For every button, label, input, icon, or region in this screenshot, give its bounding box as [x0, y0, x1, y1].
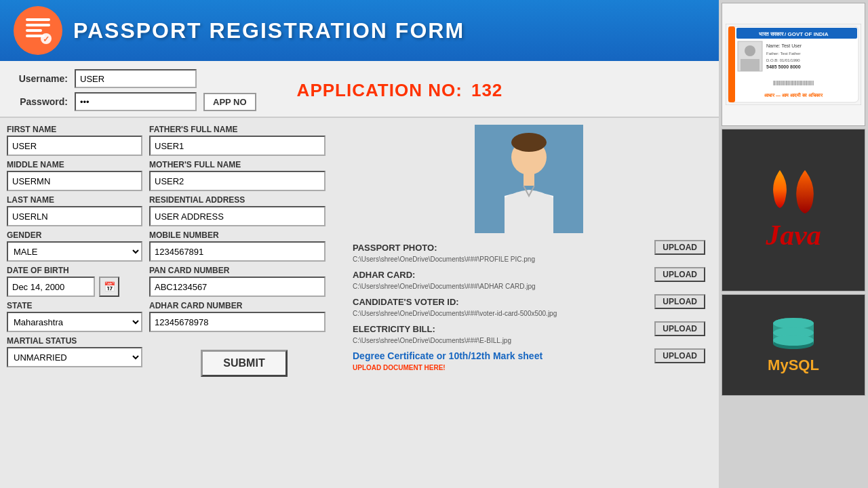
- middle-name-input[interactable]: [7, 171, 142, 191]
- adhar-input[interactable]: [149, 312, 326, 332]
- svg-point-28: [773, 318, 814, 329]
- voter-id-upload-btn[interactable]: UPLOAD: [654, 294, 705, 309]
- adhar-upload-item: ADHAR CARD: UPLOAD C:\Users\shree\OneDri…: [353, 267, 705, 290]
- degree-upload-btn[interactable]: UPLOAD: [654, 348, 705, 363]
- degree-upload-row: Degree Certificate or 10th/12th Mark she…: [353, 348, 705, 363]
- state-group: STATE Maharashtra Delhi Karnataka Tamil …: [7, 301, 142, 332]
- calendar-button[interactable]: 📅: [99, 277, 119, 297]
- address-group: RESIDENTIAL ADDRESS: [149, 195, 339, 226]
- voter-id-path: C:\Users\shree\OneDrive\Documents\###\vo…: [353, 310, 590, 317]
- upload-section: PASSPORT PHOTO: UPLOAD C:\Users\shree\On…: [346, 240, 712, 373]
- pan-group: PAN CARD NUMBER: [149, 266, 339, 297]
- svg-rect-1: [26, 24, 50, 26]
- voter-upload-item: CANDIDATE'S VOTER ID: UPLOAD C:\Users\sh…: [353, 294, 705, 317]
- svg-text:||||||||||||||||||||||||||||||: |||||||||||||||||||||||||||||||||: [773, 80, 814, 85]
- mysql-section: MySQL: [722, 294, 865, 396]
- svg-rect-0: [26, 18, 50, 21]
- state-label: STATE: [7, 301, 142, 310]
- svg-rect-2: [26, 29, 42, 32]
- degree-upload-path: UPLOAD DOCUMENT HERE!: [353, 364, 590, 371]
- middle-name-group: MIDDLE NAME: [7, 160, 142, 191]
- java-text: Java: [766, 219, 821, 251]
- adhar-upload-row: ADHAR CARD: UPLOAD: [353, 267, 705, 282]
- pan-label: PAN CARD NUMBER: [149, 266, 339, 275]
- last-name-input[interactable]: [7, 206, 142, 226]
- dob-label: DATE OF BIRTH: [7, 266, 142, 275]
- mobile-label: MOBILE NUMBER: [149, 230, 339, 240]
- voter-id-label: CANDIDATE'S VOTER ID:: [353, 297, 459, 307]
- svg-point-8: [511, 133, 547, 152]
- passport-photo-label: PASSPORT PHOTO:: [353, 243, 437, 253]
- electricity-label: ELECTRICITY BILL:: [353, 324, 435, 334]
- electricity-upload-item: ELECTRICITY BILL: UPLOAD C:\Users\shree\…: [353, 321, 705, 344]
- middle-name-label: MIDDLE NAME: [7, 160, 142, 169]
- gender-select[interactable]: MALE FEMALE OTHER: [7, 241, 142, 262]
- database-icon: [770, 317, 817, 354]
- password-label: Password:: [14, 96, 68, 107]
- address-input[interactable]: [149, 206, 326, 226]
- mobile-group: MOBILE NUMBER: [149, 230, 339, 262]
- svg-rect-12: [728, 26, 735, 102]
- left-column: FIRST NAME MIDDLE NAME LAST NAME GENDER …: [7, 125, 142, 485]
- electricity-upload-row: ELECTRICITY BILL: UPLOAD: [353, 321, 705, 336]
- address-label: RESIDENTIAL ADDRESS: [149, 195, 339, 205]
- last-name-group: LAST NAME: [7, 195, 142, 226]
- dob-row: 📅: [7, 277, 142, 297]
- first-name-label: FIRST NAME: [7, 125, 142, 134]
- marital-select[interactable]: UNMARRIED MARRIED DIVORCED: [7, 347, 142, 367]
- password-input[interactable]: [75, 92, 197, 111]
- svg-text:Name: Test User: Name: Test User: [766, 43, 802, 48]
- mothers-name-group: MOTHER'S FULL NAME: [149, 160, 339, 191]
- app-no-value: 132: [471, 80, 502, 100]
- dob-group: DATE OF BIRTH 📅: [7, 266, 142, 297]
- adhar-group: ADHAR CARD NUMBER: [149, 301, 339, 332]
- page-title: PASSPORT REGISTRATION FORM: [73, 18, 465, 43]
- mothers-name-label: MOTHER'S FULL NAME: [149, 160, 339, 169]
- electricity-upload-btn[interactable]: UPLOAD: [654, 321, 705, 336]
- svg-rect-17: [741, 59, 760, 71]
- sidebar: भारत सरकार / GOVT OF INDIA Name: Test Us…: [719, 0, 868, 488]
- svg-text:आधार — आम आदमी का अधिकार: आधार — आम आदमी का अधिकार: [764, 92, 823, 98]
- marital-label: MARTIAL STATUS: [7, 336, 142, 346]
- app-no-button[interactable]: APP NO: [203, 93, 256, 111]
- app-no-label: APPLICATION NO:: [297, 80, 462, 100]
- first-name-input[interactable]: [7, 136, 142, 156]
- adhar-card-upload-btn[interactable]: UPLOAD: [654, 267, 705, 282]
- dob-input[interactable]: [7, 277, 95, 297]
- app-logo: ✓: [14, 6, 62, 55]
- mothers-name-input[interactable]: [149, 171, 326, 191]
- submit-button[interactable]: SUBMIT: [201, 350, 287, 377]
- right-column: PASSPORT PHOTO: UPLOAD C:\Users\shree\On…: [346, 125, 712, 485]
- svg-text:Father: Test Father: Father: Test Father: [766, 52, 801, 56]
- degree-upload-item: Degree Certificate or 10th/12th Mark she…: [353, 348, 705, 371]
- username-input[interactable]: [75, 69, 197, 88]
- java-flame-container: [770, 169, 817, 216]
- passport-photo-upload-btn[interactable]: UPLOAD: [654, 240, 705, 255]
- svg-text:✓: ✓: [43, 35, 50, 44]
- svg-text:भारत सरकार / GOVT OF INDIA: भारत सरकार / GOVT OF INDIA: [759, 31, 829, 37]
- marital-group: MARTIAL STATUS UNMARRIED MARRIED DIVORCE…: [7, 336, 142, 367]
- gender-label: GENDER: [7, 230, 142, 240]
- pan-input[interactable]: [149, 277, 326, 297]
- adhar-card-path: C:\Users\shree\OneDrive\Documents\###\AD…: [353, 283, 590, 290]
- svg-rect-9: [524, 174, 534, 186]
- java-section: Java: [722, 129, 865, 291]
- passport-upload-item: PASSPORT PHOTO: UPLOAD C:\Users\shree\On…: [353, 240, 705, 263]
- electricity-path: C:\Users\shree\OneDrive\Documents\###\E-…: [353, 337, 590, 344]
- state-select[interactable]: Maharashtra Delhi Karnataka Tamil Nadu: [7, 312, 142, 332]
- passport-upload-row: PASSPORT PHOTO: UPLOAD: [353, 240, 705, 255]
- voter-upload-row: CANDIDATE'S VOTER ID: UPLOAD: [353, 294, 705, 309]
- svg-point-16: [745, 45, 755, 56]
- passport-photo-path: C:\Users\shree\OneDrive\Documents\###\PR…: [353, 256, 590, 263]
- middle-column: FATHER'S FULL NAME MOTHER'S FULL NAME RE…: [149, 125, 339, 485]
- mobile-input[interactable]: [149, 241, 326, 262]
- login-fields: Username: Password: APP NO: [14, 69, 256, 111]
- form-body: FIRST NAME MIDDLE NAME LAST NAME GENDER …: [0, 118, 719, 488]
- degree-text: Degree Certificate or 10th/12th Mark she…: [353, 350, 542, 361]
- adhar-card-label: ADHAR CARD:: [353, 270, 415, 280]
- svg-text:5485 5000 8000: 5485 5000 8000: [766, 64, 801, 69]
- fathers-name-input[interactable]: [149, 136, 326, 156]
- aadhar-preview-card: भारत सरकार / GOVT OF INDIA Name: Test Us…: [722, 3, 865, 126]
- first-name-group: FIRST NAME: [7, 125, 142, 156]
- mysql-text: MySQL: [768, 357, 819, 374]
